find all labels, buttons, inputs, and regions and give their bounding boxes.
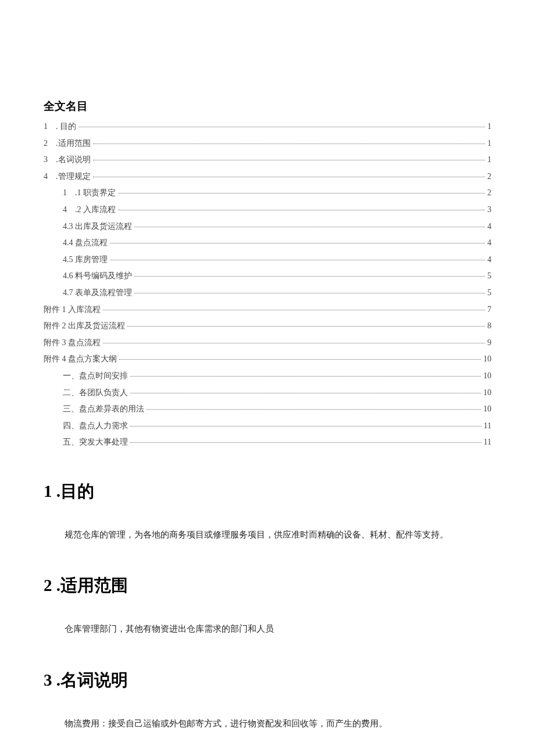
toc-dots (119, 359, 481, 360)
toc-entry-page: 3 (487, 204, 491, 216)
toc-entry-page: 1 (487, 138, 491, 149)
toc-entry-label: 4.7 表单及流程管理 (63, 287, 132, 299)
toc-entry-page: 10 (483, 370, 491, 382)
toc-entry-page: 10 (483, 387, 491, 399)
toc-dots (118, 210, 485, 210)
section-body: 物流费用：接受自己运输或外包邮寄方式，进行物资配发和回收等，而产生的费用。 (44, 716, 491, 732)
toc-entry-label: 1 .1 职责界定 (63, 187, 116, 199)
toc-entry[interactable]: 附件 2 出库及货运流程8 (44, 320, 491, 332)
toc-entry-page: 10 (483, 353, 491, 365)
toc-entry-label: 4.6 料号编码及维护 (63, 270, 132, 282)
toc-entry-label: 一、盘点时间安排 (63, 370, 128, 382)
toc-entry-page: 7 (487, 304, 491, 316)
toc-dots (110, 243, 485, 243)
toc-entry-page: 11 (484, 420, 491, 432)
toc-entry-label: 4 .管理规定 (44, 171, 91, 182)
toc-dots (130, 442, 482, 443)
sections: 1 .目的规范仓库的管理，为各地的商务项目或修理服务项目，供应准时而精确的设备、… (44, 480, 491, 732)
toc-dots (118, 193, 485, 194)
toc-entry-label: 附件 2 出库及货运流程 (44, 320, 125, 332)
section-heading-text: 目的 (60, 482, 94, 500)
toc-dots (130, 376, 481, 377)
toc-entry-page: 5 (487, 270, 491, 282)
section-heading-text: 名词说明 (60, 671, 128, 689)
toc-entry-page: 8 (487, 320, 491, 332)
toc-entry[interactable]: 4.5 库房管理4 (44, 254, 491, 266)
toc-entry-label: 1 . 目的 (44, 121, 76, 132)
toc-entry[interactable]: 4.7 表单及流程管理5 (44, 287, 491, 299)
section-heading: 2 .适用范围 (44, 574, 491, 597)
toc-entry-label: 4.3 出库及货运流程 (63, 221, 132, 232)
toc-dots (93, 144, 486, 144)
toc-dots (147, 409, 481, 410)
section-heading-text: 适用范围 (60, 576, 128, 594)
section-heading: 1 .目的 (44, 480, 491, 503)
section-heading-number: 2 (44, 576, 52, 594)
toc-entry[interactable]: 三、盘点差异表的用法10 (44, 403, 491, 415)
section-body: 规范仓库的管理，为各地的商务项目或修理服务项目，供应准时而精确的设备、耗材、配件… (44, 528, 491, 543)
section-heading-separator: . (56, 576, 60, 594)
toc-entry[interactable]: 4.6 料号编码及维护5 (44, 270, 491, 282)
toc-dots (93, 160, 486, 160)
toc-entry-page: 1 (487, 154, 491, 166)
toc-dots (103, 310, 485, 310)
toc-entry-page: 2 (487, 171, 491, 182)
toc-entry-label: 4 .2 入库流程 (63, 204, 116, 216)
toc-entry-page: 4 (487, 237, 491, 249)
toc-dots (103, 343, 485, 343)
toc-dots (134, 276, 485, 277)
toc-entry[interactable]: 附件 3 盘点流程9 (44, 337, 491, 349)
section-body: 仓库管理部门，其他有物资进出仓库需求的部门和人员 (44, 622, 491, 637)
toc-dots (130, 426, 482, 427)
toc-entry[interactable]: 附件 4 盘点方案大纲10 (44, 353, 491, 365)
section-heading-separator: . (56, 482, 60, 500)
toc-entry-page: 10 (483, 403, 491, 415)
toc-entry-label: 附件 1 入库流程 (44, 304, 101, 316)
toc-entry[interactable]: 1 . 目的1 (44, 121, 491, 132)
toc-entry[interactable]: 1 .1 职责界定2 (44, 187, 491, 199)
toc-entry-page: 1 (487, 121, 491, 132)
toc-dots (134, 227, 485, 227)
section-heading: 3 .名词说明 (44, 669, 491, 692)
toc-dots (93, 177, 486, 177)
toc-entry-page: 9 (487, 337, 491, 349)
toc-dots (110, 260, 485, 260)
toc-entry-page: 4 (487, 254, 491, 266)
toc-entry[interactable]: 4.4 盘点流程4 (44, 237, 491, 249)
toc-entry-label: 五、突发大事处理 (63, 436, 128, 448)
toc-entry-label: 四、盘点人力需求 (63, 420, 128, 432)
toc-entry-label: 二、各团队负责人 (63, 387, 128, 399)
toc-entry-label: 附件 4 盘点方案大纲 (44, 353, 117, 365)
toc-entry[interactable]: 4 .管理规定2 (44, 171, 491, 182)
toc-entry-label: 附件 3 盘点流程 (44, 337, 101, 349)
toc-list: 1 . 目的12 .适用范围13 .名词说明14 .管理规定21 .1 职责界定… (44, 121, 491, 448)
toc-entry-label: 2 .适用范围 (44, 138, 91, 149)
toc-entry-label: 4.5 库房管理 (63, 254, 108, 266)
toc-entry[interactable]: 4 .2 入库流程3 (44, 204, 491, 216)
section-heading-number: 3 (44, 671, 52, 689)
toc-entry[interactable]: 一、盘点时间安排10 (44, 370, 491, 382)
toc-entry-label: 4.4 盘点流程 (63, 237, 108, 249)
toc-entry[interactable]: 四、盘点人力需求11 (44, 420, 491, 432)
toc-entry-label: 三、盘点差异表的用法 (63, 403, 144, 415)
toc-entry-page: 5 (487, 287, 491, 299)
toc-entry[interactable]: 3 .名词说明1 (44, 154, 491, 166)
toc-dots (134, 293, 485, 293)
toc-entry[interactable]: 附件 1 入库流程7 (44, 304, 491, 316)
toc-entry-label: 3 .名词说明 (44, 154, 91, 166)
toc-entry[interactable]: 2 .适用范围1 (44, 138, 491, 149)
toc-entry[interactable]: 五、突发大事处理11 (44, 436, 491, 448)
toc-entry-page: 11 (484, 436, 491, 448)
section-heading-separator: . (56, 671, 60, 689)
toc-dots (127, 326, 485, 327)
toc-entry[interactable]: 4.3 出库及货运流程4 (44, 221, 491, 232)
toc-dots (130, 393, 481, 393)
toc-dots (79, 127, 485, 127)
section-heading-number: 1 (44, 482, 52, 500)
toc-title: 全文名目 (44, 99, 491, 114)
toc-entry[interactable]: 二、各团队负责人10 (44, 387, 491, 399)
toc-entry-page: 4 (487, 221, 491, 232)
toc-entry-page: 2 (487, 187, 491, 199)
